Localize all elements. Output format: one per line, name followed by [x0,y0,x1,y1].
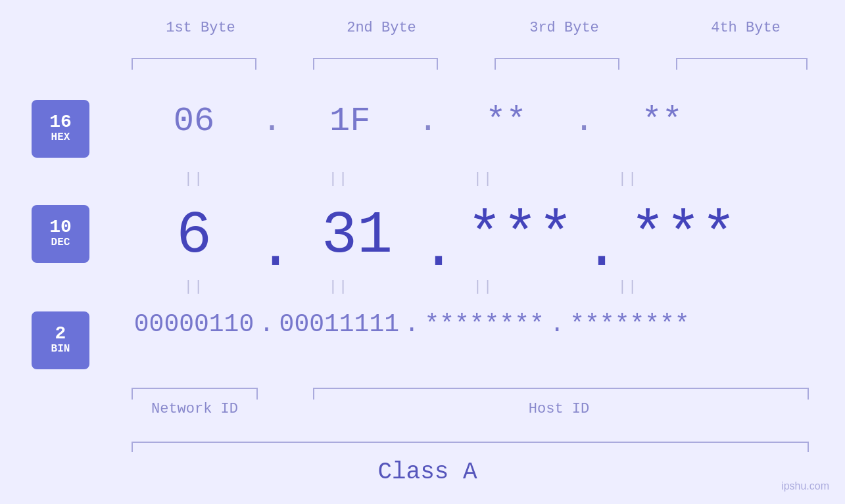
main-container: 16 HEX 10 DEC 2 BIN 1st Byte 2nd Byte 3r… [0,0,845,504]
hex-byte2: 1F [287,102,412,141]
bracket-top-2 [313,58,438,59]
bracket-net-top [132,388,258,389]
bracket-top-4-right [806,58,808,70]
eq1-b4: || [566,171,690,187]
bin-base-number: 2 [55,325,66,343]
bracket-class-right [808,442,809,452]
dec-row: 6 . 31 . *** . *** [132,197,829,269]
bin-byte1: 00000110 [132,310,256,338]
bracket-host-left [313,388,314,400]
bracket-class-top [132,442,809,443]
hex-dot1: . [262,102,282,141]
bin-row: 00000110 . 00011111 . ******** . *******… [132,310,829,338]
eq2-b3: || [421,279,546,295]
dec-dot3: . [584,216,619,283]
bracket-top-1 [132,58,256,59]
bracket-top-3-right [618,58,619,70]
bracket-top-3-left [495,58,496,70]
bracket-class-left [132,442,133,452]
eq-row-1: || || || || [132,171,829,187]
dec-base-label: DEC [51,237,70,249]
dec-badge: 10 DEC [32,205,89,263]
hex-dot2: . [418,102,438,141]
bracket-top-1-right [255,58,256,70]
dec-byte3: *** [458,202,583,269]
bracket-top-2-right [437,58,438,70]
dec-dot2: . [421,216,456,283]
class-a-label: Class A [263,459,592,486]
col-header-4: 4th Byte [673,20,818,36]
dec-byte1: 6 [132,202,256,269]
host-id-label: Host ID [480,401,638,417]
bracket-top-4-left [676,58,677,70]
col-header-3: 3rd Byte [492,20,637,36]
eq1-b3: || [421,171,546,187]
col-header-1: 1st Byte [128,20,273,36]
hex-base-number: 16 [49,113,72,131]
hex-byte1: 06 [132,102,256,141]
dec-byte4: *** [621,202,746,269]
hex-row: 06 . 1F . ** . ** [132,102,829,141]
dec-base-number: 10 [49,218,72,237]
eq2-b4: || [566,279,690,295]
eq1-b1: || [132,171,256,187]
bin-dot1: . [259,310,274,338]
hex-badge: 16 HEX [32,100,89,158]
dec-dot1: . [258,216,293,283]
eq-row-2: || || || || [132,279,829,295]
hex-dot3: . [573,102,594,141]
bin-badge: 2 BIN [32,311,89,369]
hex-base-label: HEX [51,131,70,144]
bracket-net-right [256,388,258,400]
bracket-top-3 [495,58,619,59]
watermark: ipshu.com [781,480,829,492]
bracket-host-top [313,388,809,389]
bracket-top-2-left [313,58,314,70]
bin-byte2: 00011111 [277,310,402,338]
dec-byte2: 31 [295,202,420,269]
hex-byte4: ** [600,102,725,141]
bin-dot3: . [550,310,565,338]
network-id-label: Network ID [129,401,260,417]
hex-byte3: ** [443,102,568,141]
bracket-top-1-left [132,58,133,70]
bracket-host-right [808,388,809,400]
bracket-net-left [132,388,133,400]
bin-base-label: BIN [51,343,70,355]
bin-byte4: ******** [567,310,692,338]
bracket-top-4 [676,58,808,59]
bin-dot2: . [404,310,420,338]
eq1-b2: || [276,171,401,187]
col-header-2: 2nd Byte [309,20,454,36]
eq2-b2: || [276,279,401,295]
bin-byte3: ******** [422,310,547,338]
eq2-b1: || [132,279,256,295]
